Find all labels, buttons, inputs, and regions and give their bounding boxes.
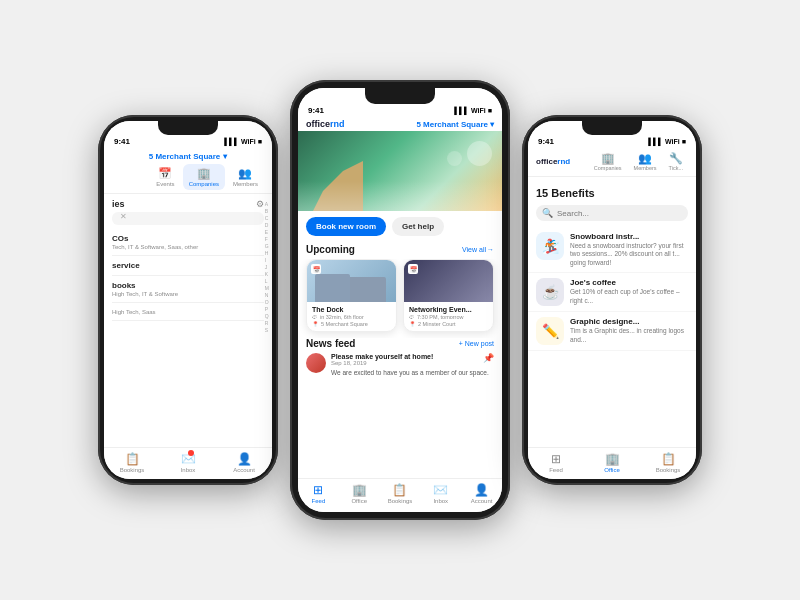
tab-companies[interactable]: 🏢 Companies bbox=[183, 164, 225, 190]
right-tab-companies[interactable]: 🏢 Companies bbox=[589, 150, 627, 173]
card-title-dock: The Dock bbox=[312, 306, 391, 313]
right-tab-tickets[interactable]: 🔧 Tick... bbox=[664, 150, 688, 173]
nav-office[interactable]: 🏢 Office bbox=[584, 452, 640, 473]
right-phone: 9:41 ▌▌▌ WiFi ■ officernd 🏢 Companies bbox=[522, 115, 702, 485]
coffee-icon: ☕ bbox=[542, 284, 559, 300]
battery-icon: ■ bbox=[682, 138, 686, 145]
list-item[interactable]: High Tech, Saas bbox=[112, 303, 264, 321]
tab-events[interactable]: 📅 Events bbox=[150, 164, 180, 190]
nav-inbox-label: Inbox bbox=[181, 467, 196, 473]
search-input[interactable] bbox=[557, 209, 682, 218]
view-all-link[interactable]: View all → bbox=[462, 246, 494, 253]
wifi-icon: WiFi bbox=[665, 138, 680, 145]
event-location-dock: 5 Merchant Square bbox=[321, 321, 368, 327]
left-list-header: ies ⚙ bbox=[104, 194, 272, 212]
calendar-icon-networking: 📅 bbox=[408, 264, 418, 274]
center-status-icons: ▌▌▌ WiFi ■ bbox=[454, 107, 492, 114]
alpha-d: D bbox=[265, 222, 269, 228]
hero-overlay bbox=[298, 181, 502, 211]
nav-bookings[interactable]: 📋 Bookings bbox=[104, 452, 160, 473]
benefits-count: 15 Benefits bbox=[536, 187, 595, 199]
nav-account[interactable]: 👤 Account bbox=[461, 483, 502, 504]
event-card-dock[interactable]: 📅 The Dock ⏱ in 32min, 6th floor 📍 5 Mer… bbox=[306, 259, 397, 332]
list-item[interactable]: books High Tech, IT & Software bbox=[112, 276, 264, 303]
news-post-text: We are excited to have you as a member o… bbox=[331, 368, 494, 377]
news-header: News feed + New post bbox=[306, 338, 494, 349]
search-bar: 🔍 bbox=[536, 205, 688, 221]
nav-account-label: Account bbox=[471, 498, 493, 504]
alpha-l: L bbox=[265, 278, 269, 284]
nav-inbox[interactable]: ✉️ Inbox bbox=[160, 452, 216, 473]
nav-office[interactable]: 🏢 Office bbox=[339, 483, 380, 504]
location-icon: 📍 bbox=[312, 321, 319, 327]
benefit-desc-coffee: Get 10% of each cup of Joe's coffee – ri… bbox=[570, 288, 688, 305]
nav-bookings[interactable]: 📋 Bookings bbox=[380, 483, 421, 504]
left-tabs: 📅 Events 🏢 Companies 👥 Members bbox=[112, 164, 264, 190]
book-room-button[interactable]: Book new room bbox=[306, 217, 386, 236]
nav-feed-label: Feed bbox=[312, 498, 326, 504]
alpha-k: K bbox=[265, 271, 269, 277]
center-screen: 9:41 ▌▌▌ WiFi ■ officernd 5 Merchant Squ… bbox=[298, 88, 502, 512]
event-time-networking: 7:30 PM, tomorrow bbox=[417, 314, 463, 320]
nav-feed[interactable]: ⊞ Feed bbox=[298, 483, 339, 504]
alpha-i: I bbox=[265, 257, 269, 263]
list-item[interactable]: COs Tech, IT & Software, Saas, other bbox=[112, 229, 264, 256]
left-header: 5 Merchant Square ▾ 📅 Events 🏢 Companies… bbox=[104, 148, 272, 194]
benefits-header: 15 Benefits bbox=[528, 177, 696, 205]
office-icon: 🏢 bbox=[352, 483, 367, 497]
graphic-icon-wrap: ✏️ bbox=[536, 317, 564, 345]
new-post-button[interactable]: + New post bbox=[459, 340, 494, 347]
benefit-name-snowboard: Snowboard instr... bbox=[570, 232, 688, 241]
chevron-down-icon: ▾ bbox=[490, 120, 494, 129]
left-phone: 9:41 ▌▌▌ WiFi ■ 5 Merchant Square ▾ 📅 Ev… bbox=[98, 115, 278, 485]
company-name: service bbox=[112, 261, 264, 270]
center-location[interactable]: 5 Merchant Square ▾ bbox=[416, 120, 494, 129]
event-cards: 📅 The Dock ⏱ in 32min, 6th floor 📍 5 Mer… bbox=[298, 259, 502, 338]
tab-events-label: Events bbox=[156, 181, 174, 187]
news-section: News feed + New post Please make yoursel… bbox=[298, 338, 502, 377]
right-tab-members[interactable]: 👥 Members bbox=[629, 150, 662, 173]
left-location[interactable]: 5 Merchant Square ▾ bbox=[112, 152, 264, 164]
company-name: COs bbox=[112, 234, 264, 243]
right-tab-members-label: Members bbox=[634, 165, 657, 171]
benefit-content-coffee: Joe's coffee Get 10% of each cup of Joe'… bbox=[570, 278, 688, 305]
tab-members[interactable]: 👥 Members bbox=[227, 164, 264, 190]
tab-companies-label: Companies bbox=[189, 181, 219, 187]
alpha-e: E bbox=[265, 229, 269, 235]
alpha-f: F bbox=[265, 236, 269, 242]
benefit-content-snowboard: Snowboard instr... Need a snowboard inst… bbox=[570, 232, 688, 267]
filter-icon[interactable]: ⚙ bbox=[256, 199, 264, 209]
right-screen: 9:41 ▌▌▌ WiFi ■ officernd 🏢 Companies bbox=[528, 121, 696, 479]
battery-icon: ■ bbox=[488, 107, 492, 114]
nav-feed[interactable]: ⊞ Feed bbox=[528, 452, 584, 473]
alpha-m: M bbox=[265, 285, 269, 291]
companies-icon: 🏢 bbox=[197, 167, 211, 180]
list-item[interactable]: service bbox=[112, 256, 264, 276]
alpha-bar: A B C D E F G H I J K L M N O P Q R S bbox=[265, 201, 269, 333]
benefit-item-snowboard[interactable]: 🏂 Snowboard instr... Need a snowboard in… bbox=[528, 227, 696, 273]
news-post: Please make yourself at home! Sep 18, 20… bbox=[306, 353, 494, 377]
alpha-q: Q bbox=[265, 313, 269, 319]
phones-container: 9:41 ▌▌▌ WiFi ■ 5 Merchant Square ▾ 📅 Ev… bbox=[98, 80, 702, 520]
snowboard-icon: 🏂 bbox=[542, 238, 559, 254]
benefit-desc-snowboard: Need a snowboard instructor? your first … bbox=[570, 242, 688, 267]
benefit-item-graphic[interactable]: ✏️ Graphic designe... Tim is a Graphic d… bbox=[528, 312, 696, 351]
pin-icon: 📌 bbox=[483, 353, 494, 363]
alpha-j: J bbox=[265, 264, 269, 270]
tickets-icon: 🔧 bbox=[669, 152, 683, 165]
nav-inbox[interactable]: ✉️ Inbox bbox=[420, 483, 461, 504]
wifi-icon: WiFi bbox=[471, 107, 486, 114]
news-title: News feed bbox=[306, 338, 355, 349]
benefit-content-graphic: Graphic designe... Tim is a Graphic des.… bbox=[570, 317, 688, 344]
benefit-item-coffee[interactable]: ☕ Joe's coffee Get 10% of each cup of Jo… bbox=[528, 273, 696, 312]
get-help-button[interactable]: Get help bbox=[392, 217, 444, 236]
nav-office-label: Office bbox=[604, 467, 620, 473]
right-tab-tickets-label: Tick... bbox=[669, 165, 683, 171]
nav-bookings[interactable]: 📋 Bookings bbox=[640, 452, 696, 473]
event-card-networking[interactable]: 📅 Networking Even... ⏱ 7:30 PM, tomorrow… bbox=[403, 259, 494, 332]
hero-image bbox=[298, 131, 502, 211]
nav-bookings-label: Bookings bbox=[656, 467, 681, 473]
center-time: 9:41 bbox=[308, 106, 324, 115]
nav-account[interactable]: 👤 Account bbox=[216, 452, 272, 473]
signal-icon: ▌▌▌ bbox=[224, 138, 239, 145]
